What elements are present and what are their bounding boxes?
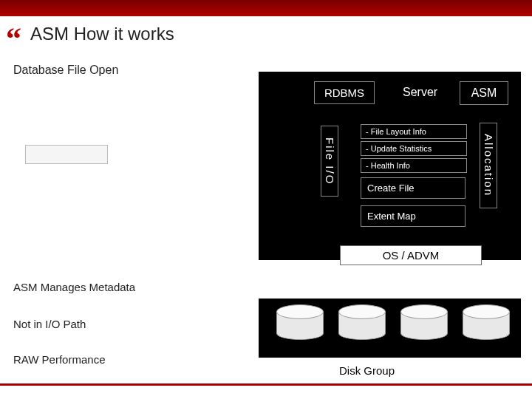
disk-icon xyxy=(400,304,446,343)
slide-title: ASM How it works xyxy=(30,24,174,44)
title-row: “ ASM How it works xyxy=(0,16,532,50)
msg-health-info: - Health Info xyxy=(361,158,467,173)
allocation-label: Allocation xyxy=(480,123,497,208)
msg-update-stats: - Update Statistics xyxy=(361,141,467,156)
server-label: Server xyxy=(403,86,437,99)
file-io-label: File I/O xyxy=(321,126,338,197)
allocation-text: Allocation xyxy=(482,134,495,197)
disk-icon xyxy=(338,304,384,343)
os-advm-box: OS / ADVM xyxy=(340,245,482,265)
msg-create-file: Create File xyxy=(361,177,466,199)
bullet-io-path: Not in I/O Path xyxy=(13,318,86,330)
msg-extent-map: Extent Map xyxy=(361,205,466,227)
placeholder-box xyxy=(25,145,108,164)
file-io-text: File I/O xyxy=(324,137,336,185)
asm-header: ASM xyxy=(460,81,508,105)
disk-icon xyxy=(276,304,322,343)
rdbms-header: RDBMS xyxy=(314,81,375,104)
header-accent-bar xyxy=(0,0,532,16)
msg-file-layout: - File Layout Info xyxy=(361,124,467,139)
footer-accent-bar xyxy=(0,383,532,386)
disk-group-label: Disk Group xyxy=(336,364,398,378)
disk-icon xyxy=(463,304,508,343)
bullet-raw-perf: RAW Performance xyxy=(13,353,105,366)
quote-icon: “ xyxy=(6,31,21,46)
bullet-metadata: ASM Manages Metadata xyxy=(13,281,135,293)
